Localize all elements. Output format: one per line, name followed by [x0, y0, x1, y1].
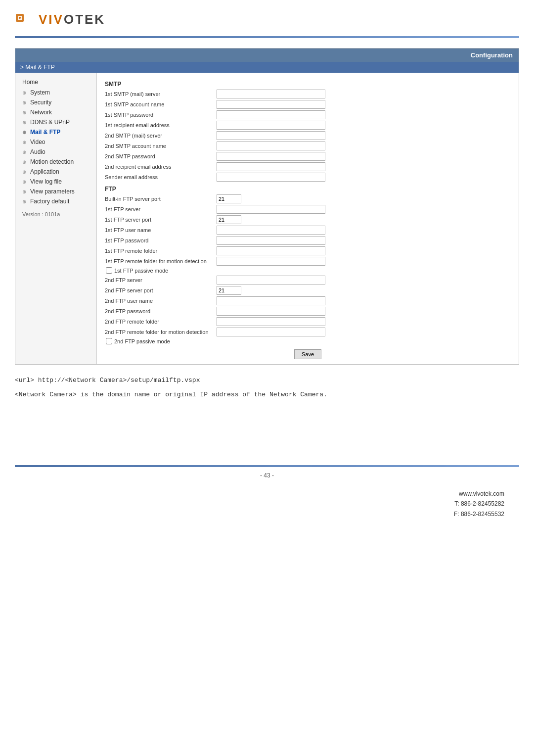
- expand-icon: ⊕: [22, 120, 28, 125]
- ftp2-label-2: 2nd FTP user name: [105, 298, 214, 304]
- sidebar-item-view-log[interactable]: ⊕ View log file: [15, 177, 96, 187]
- ftp-passive2-checkbox[interactable]: [106, 338, 112, 344]
- ftp2-input-5[interactable]: [217, 328, 325, 336]
- form-area: SMTP 1st SMTP (mail) server 1st SMTP acc…: [97, 73, 519, 364]
- ftp2-field-0: 2nd FTP server: [105, 276, 511, 284]
- ftp-field-4: 1st FTP password: [105, 236, 511, 245]
- content-layout: Home ⊕ System ⊕ Security ⊕ Network ⊕ DDN…: [15, 73, 519, 364]
- ftp2-input-2[interactable]: [217, 296, 325, 305]
- expand-icon: ⊕: [22, 149, 28, 155]
- smtp-label-3: 1st recipient email address: [105, 122, 214, 128]
- expand-icon: ⊕: [22, 90, 28, 95]
- ftp-label-0: Built-in FTP server port: [105, 196, 214, 202]
- ftp2-input-4[interactable]: [217, 317, 325, 326]
- expand-icon: ⊕: [22, 189, 28, 194]
- expand-icon: ⊕: [22, 199, 28, 204]
- ftp2-input-0[interactable]: [217, 276, 325, 284]
- smtp-input-1[interactable]: [217, 100, 325, 109]
- ftp-input-1[interactable]: [217, 205, 325, 214]
- smtp-field-5: 2nd SMTP account name: [105, 142, 511, 150]
- smtp-input-4[interactable]: [217, 131, 325, 140]
- expand-icon: ⊕: [22, 130, 28, 135]
- bottom-line2: <Network Camera> is the domain name or o…: [15, 389, 519, 400]
- ftp2-label-3: 2nd FTP password: [105, 308, 214, 314]
- ftp-input-3[interactable]: [217, 226, 325, 235]
- smtp-label-2: 1st SMTP password: [105, 112, 214, 118]
- expand-icon: ⊕: [22, 110, 28, 115]
- ftp2-input-1[interactable]: [217, 286, 241, 295]
- smtp-label-0: 1st SMTP (mail) server: [105, 91, 214, 97]
- top-divider: [15, 36, 519, 38]
- ftp-input-2[interactable]: [217, 215, 241, 224]
- footer-phone: T: 886-2-82455282: [0, 499, 504, 509]
- ftp2-field-4: 2nd FTP remote folder: [105, 317, 511, 326]
- header: VIVOTEK: [0, 0, 534, 36]
- ftp-field-6: 1st FTP remote folder for motion detecti…: [105, 257, 511, 266]
- smtp-input-2[interactable]: [217, 110, 325, 119]
- sidebar: Home ⊕ System ⊕ Security ⊕ Network ⊕ DDN…: [15, 73, 97, 364]
- sidebar-item-view-parameters[interactable]: ⊕ View parameters: [15, 187, 96, 196]
- ftp-label-2: 1st FTP server port: [105, 217, 214, 223]
- expand-icon: ⊕: [22, 169, 28, 175]
- expand-icon: ⊕: [22, 100, 28, 105]
- smtp-field-2: 1st SMTP password: [105, 110, 511, 119]
- ftp2-label-5: 2nd FTP remote folder for motion detecti…: [105, 329, 214, 335]
- ftp-label-4: 1st FTP password: [105, 237, 214, 243]
- expand-icon: ⊕: [22, 140, 28, 145]
- smtp-field-1: 1st SMTP account name: [105, 100, 511, 109]
- smtp-field-7: 2nd recipient email address: [105, 162, 511, 171]
- smtp-label-4: 2nd SMTP (mail) server: [105, 133, 214, 139]
- smtp-field-4: 2nd SMTP (mail) server: [105, 131, 511, 140]
- sidebar-item-network[interactable]: ⊕ Network: [15, 107, 96, 117]
- ftp-field-2: 1st FTP server port: [105, 215, 511, 224]
- ftp-field-5: 1st FTP remote folder: [105, 246, 511, 255]
- version-label: Version : 0101a: [15, 206, 96, 222]
- smtp-input-7[interactable]: [217, 162, 325, 171]
- ftp-passive1-label: 1st FTP passive mode: [114, 268, 168, 274]
- sidebar-item-audio[interactable]: ⊕ Audio: [15, 147, 96, 157]
- sidebar-item-video[interactable]: ⊕ Video: [15, 137, 96, 147]
- smtp-input-8[interactable]: [217, 173, 325, 182]
- ftp-passive2-row: 2nd FTP passive mode: [106, 338, 511, 344]
- save-button[interactable]: Save: [294, 349, 321, 359]
- smtp-input-0[interactable]: [217, 90, 325, 98]
- sidebar-item-mail-ftp[interactable]: ⊕ Mail & FTP: [15, 127, 96, 137]
- ftp-input-5[interactable]: [217, 246, 325, 255]
- ftp2-label-1: 2nd FTP server port: [105, 287, 214, 293]
- smtp-label-6: 2nd SMTP password: [105, 153, 214, 159]
- logo-text: VIVOTEK: [39, 12, 105, 27]
- sidebar-item-ddns[interactable]: ⊕ DDNS & UPnP: [15, 117, 96, 127]
- footer-fax: F: 886-2-82455532: [0, 509, 504, 519]
- smtp-input-3[interactable]: [217, 121, 325, 130]
- smtp-label-5: 2nd SMTP account name: [105, 143, 214, 149]
- smtp-section-title: SMTP: [105, 81, 511, 88]
- ftp-passive1-checkbox[interactable]: [106, 267, 112, 274]
- footer-website: www.vivotek.com: [0, 489, 504, 499]
- bottom-text: <url> http://<Network Camera>/setup/mail…: [15, 375, 519, 401]
- smtp-field-3: 1st recipient email address: [105, 121, 511, 130]
- smtp-input-5[interactable]: [217, 142, 325, 150]
- smtp-field-8: Sender email address: [105, 173, 511, 182]
- config-title: Configuration: [471, 51, 513, 59]
- ftp2-field-3: 2nd FTP password: [105, 307, 511, 316]
- expand-icon: ⊕: [22, 179, 28, 185]
- ftp-input-6[interactable]: [217, 257, 325, 266]
- sidebar-item-application[interactable]: ⊕ Application: [15, 167, 96, 177]
- ftp-passive1-row: 1st FTP passive mode: [106, 267, 511, 274]
- vivotek-logo-icon: [15, 10, 35, 29]
- sidebar-item-factory-default[interactable]: ⊕ Factory default: [15, 196, 96, 206]
- sidebar-item-motion-detection[interactable]: ⊕ Motion detection: [15, 157, 96, 167]
- ftp-input-4[interactable]: [217, 236, 325, 245]
- sidebar-item-system[interactable]: ⊕ System: [15, 88, 96, 97]
- sidebar-item-home[interactable]: Home: [15, 77, 96, 88]
- ftp2-input-3[interactable]: [217, 307, 325, 316]
- sidebar-item-security[interactable]: ⊕ Security: [15, 97, 96, 107]
- save-row: Save: [105, 349, 511, 359]
- expand-icon: ⊕: [22, 159, 28, 165]
- smtp-label-1: 1st SMTP account name: [105, 101, 214, 107]
- ftp-input-0[interactable]: [217, 194, 241, 203]
- smtp-input-6[interactable]: [217, 152, 325, 161]
- bottom-line1: <url> http://<Network Camera>/setup/mail…: [15, 375, 519, 386]
- smtp-field-6: 2nd SMTP password: [105, 152, 511, 161]
- config-header: Configuration: [15, 48, 519, 62]
